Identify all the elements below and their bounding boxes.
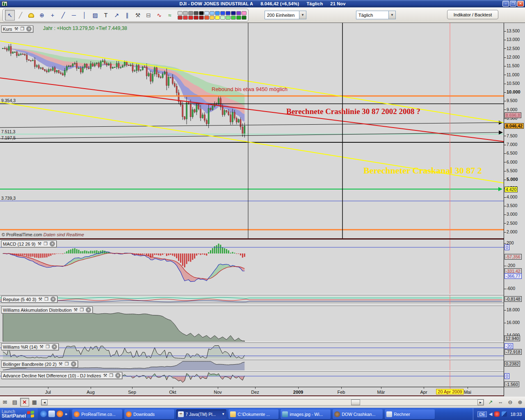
arrow-tool-icon[interactable]: ↗: [112, 10, 121, 21]
wrench-icon[interactable]: ⚒: [39, 344, 43, 350]
close-panel-icon[interactable]: ✕: [86, 307, 91, 313]
taskbar-button[interactable]: images.jpg - Wi...: [281, 409, 331, 419]
segment-tool-icon[interactable]: ─: [69, 10, 79, 21]
windows-update-icon[interactable]: [502, 411, 507, 417]
back-arrow-icon[interactable]: ◀: [489, 411, 492, 417]
color-swatch[interactable]: [226, 16, 231, 20]
internet-explorer-icon[interactable]: [40, 411, 47, 417]
color-swatch[interactable]: [199, 16, 204, 20]
color-swatch[interactable]: [236, 11, 241, 15]
detach-window-icon[interactable]: ❐: [46, 344, 50, 350]
detach-window-icon[interactable]: ❐: [65, 361, 69, 367]
color-swatch[interactable]: [183, 16, 188, 20]
windows-explorer-icon[interactable]: [48, 411, 55, 417]
language-indicator[interactable]: DE: [477, 411, 487, 417]
color-swatch[interactable]: [215, 16, 220, 20]
chevron-down-icon[interactable]: ▼: [221, 412, 225, 416]
color-swatch[interactable]: [231, 11, 236, 15]
alarm-tool-icon[interactable]: [26, 10, 36, 21]
wrench-icon[interactable]: ⚒: [59, 361, 63, 367]
units-select[interactable]: 200 Einheiten ▼: [265, 11, 306, 19]
color-swatch[interactable]: [231, 16, 236, 20]
detach-window-icon[interactable]: ❐: [44, 296, 48, 302]
close-panel-icon[interactable]: ✕: [52, 344, 57, 349]
wrench-icon[interactable]: ⚒: [74, 307, 78, 313]
color-swatch[interactable]: [194, 16, 199, 20]
color-swatch[interactable]: [178, 16, 183, 20]
taskbar-button[interactable]: Downloads: [124, 409, 174, 419]
color-swatch[interactable]: [210, 16, 215, 20]
color-swatch[interactable]: [242, 16, 247, 20]
indicator-backtest-button[interactable]: Indikator / Backtest: [447, 10, 498, 19]
parallel-lines-tool-icon[interactable]: ∥: [122, 10, 132, 21]
tools-settings-icon[interactable]: ⚒: [133, 10, 143, 21]
text-tool-icon[interactable]: T: [101, 10, 111, 21]
point-tool-icon[interactable]: +: [48, 10, 57, 21]
period-select[interactable]: Täglich ▼: [356, 11, 396, 19]
close-panel-icon[interactable]: ✕: [115, 373, 121, 378]
new-window-icon[interactable]: ✉: [0, 398, 9, 406]
list-icon[interactable]: ▦: [30, 398, 39, 406]
scroll-right-icon[interactable]: ►: [477, 399, 484, 405]
zoom-fit-icon[interactable]: ⇔: [496, 398, 505, 406]
price-chart[interactable]: [0, 23, 504, 238]
fibonacci-tool-icon[interactable]: ▨: [90, 10, 100, 21]
color-swatch[interactable]: [188, 11, 193, 15]
ruler-tool-icon[interactable]: ╱: [16, 10, 25, 21]
macd-chart[interactable]: [0, 240, 504, 294]
close-panel-icon[interactable]: ✕: [26, 26, 32, 32]
pattern-channel-tool-icon[interactable]: ≈: [165, 10, 175, 21]
print-icon[interactable]: ▤: [10, 398, 19, 406]
taskbar-button[interactable]: C:\Dokumente ...: [228, 409, 278, 419]
detach-window-icon[interactable]: ❐: [109, 372, 113, 379]
wrench-icon[interactable]: ⚒: [38, 296, 42, 302]
taskbar-button[interactable]: ☕7 Java(TM) Pl...▼: [176, 409, 226, 419]
color-swatch[interactable]: [242, 11, 247, 15]
horizontal-scrollbar[interactable]: ◄ ►: [41, 399, 484, 406]
scroll-left-icon[interactable]: ◄: [41, 399, 48, 405]
wrench-icon[interactable]: ⚒: [37, 241, 41, 247]
color-swatch[interactable]: [204, 16, 209, 20]
color-swatch[interactable]: [215, 11, 220, 15]
overflow-chevron-icon[interactable]: »: [65, 411, 67, 416]
taskbar-button[interactable]: ProRealTime.co...: [72, 409, 122, 419]
zoom-out-icon[interactable]: ⊖: [506, 398, 515, 406]
repulse-chart[interactable]: [0, 295, 504, 305]
close-panel-icon[interactable]: ✕: [50, 241, 55, 247]
color-swatch[interactable]: [183, 11, 188, 15]
detach-window-icon[interactable]: ❐: [43, 241, 48, 247]
wrench-icon[interactable]: ⚒: [14, 26, 18, 32]
color-swatch[interactable]: [194, 11, 199, 15]
color-swatch[interactable]: [210, 11, 215, 15]
close-panel-icon[interactable]: ✕: [50, 297, 56, 302]
scrollbar-thumb[interactable]: [351, 399, 360, 405]
trash-tool-icon[interactable]: ⊟: [144, 10, 153, 21]
time-axis[interactable]: 20 Apr 2009 JulAugSepOktNovDez2009FebMär…: [0, 387, 525, 396]
close-panel-icon[interactable]: ✕: [71, 361, 76, 367]
wrench-icon[interactable]: ⚒: [103, 372, 107, 379]
chevron-down-icon[interactable]: ▼: [299, 11, 306, 19]
color-swatch[interactable]: [188, 16, 193, 20]
pointer-tool-icon[interactable]: ↖: [5, 10, 15, 21]
firefox-icon[interactable]: [57, 411, 63, 417]
detach-window-icon[interactable]: ❐: [21, 26, 25, 32]
color-swatch[interactable]: [204, 11, 209, 15]
security-shield-icon[interactable]: [494, 411, 500, 417]
zoom-tool-icon[interactable]: ⊕: [37, 10, 47, 21]
williams-r-chart[interactable]: [0, 343, 504, 359]
detach-red-icon[interactable]: ✕: [20, 398, 29, 406]
zoom-in-icon[interactable]: ⊕: [516, 398, 525, 406]
taskbar-button[interactable]: Rechner: [385, 409, 435, 419]
detach-window-icon[interactable]: ❐: [80, 307, 84, 313]
color-swatch[interactable]: [220, 11, 225, 15]
vertical-line-tool-icon[interactable]: │: [80, 10, 89, 21]
color-swatch[interactable]: [220, 16, 225, 20]
color-swatch[interactable]: [226, 11, 231, 15]
price-scale[interactable]: 13.50013.00012.50012.00011.50011.00010.5…: [504, 23, 525, 396]
taskbar-button[interactable]: DOW Crashkan...: [333, 409, 383, 419]
start-button[interactable]: LaunchStartPanel: [0, 408, 38, 420]
chevron-down-icon[interactable]: ▼: [388, 11, 395, 19]
pattern-bearish-tool-icon[interactable]: ∿: [154, 10, 164, 21]
axis-setup-icon[interactable]: ↗: [486, 398, 495, 406]
color-swatch[interactable]: [236, 16, 241, 20]
